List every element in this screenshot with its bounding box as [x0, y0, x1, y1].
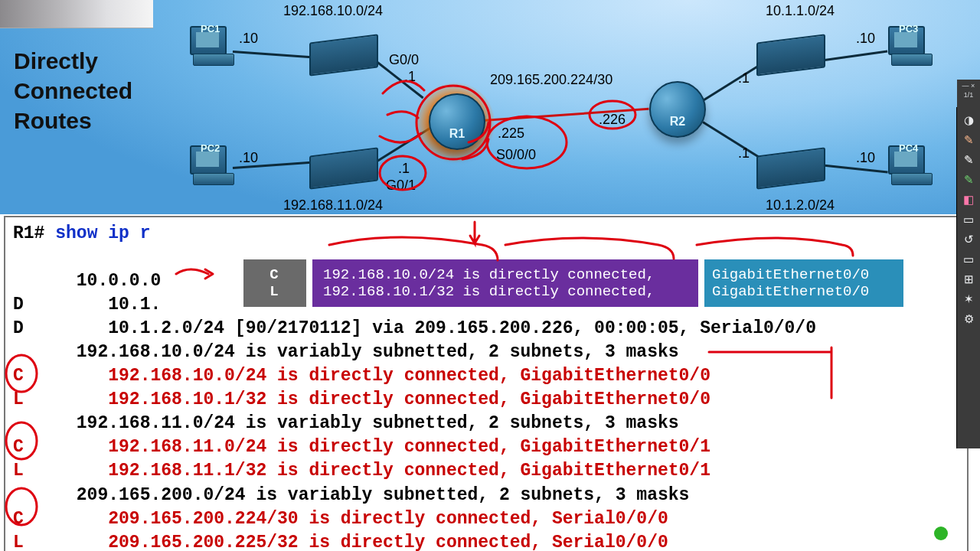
tool-shape-icon[interactable]: ▭ — [960, 211, 977, 228]
router-label: R2 — [670, 115, 685, 129]
cli-line: D 10.1. — [13, 295, 161, 315]
iface-label: G0/0 — [389, 52, 419, 68]
tool-pen-orange-icon[interactable]: ✎ — [960, 132, 977, 148]
route-iface-box: GigabitEthernet0/0 GigabitEthernet0/0 — [704, 259, 903, 307]
ip-label: .10 — [239, 150, 258, 166]
pc1: PC1 — [190, 26, 232, 66]
tool-marker-icon[interactable]: ◑ — [960, 112, 977, 129]
cli-line: 192.168.11.0/24 is variably subnetted, 2… — [13, 413, 679, 433]
route-desc-box: 192.168.10.0/24 is directly connected, 1… — [312, 259, 698, 307]
router-label: R1 — [449, 127, 465, 141]
tool-grid-icon[interactable]: ⊞ — [960, 271, 977, 288]
presentation-slide: Directly Connected Routes PC1 PC2 R1 R2 … — [0, 0, 980, 551]
net-label: 10.1.1.0/24 — [766, 3, 835, 19]
pc-label: PC4 — [899, 142, 918, 154]
ip-label: .1 — [404, 69, 416, 85]
cli-command: show ip r — [55, 223, 150, 243]
ip-label: .225 — [498, 126, 524, 142]
cli-line: D 10.1.2.0/24 [90/2170112] via 209.165.2… — [13, 318, 816, 338]
tool-pen-white-icon[interactable]: ✎ — [960, 152, 977, 168]
net-label: 192.168.10.0/24 — [283, 3, 383, 19]
tool-effects-icon[interactable]: ✶ — [960, 291, 977, 308]
ip-label: .1 — [398, 161, 410, 177]
net-label: 192.168.11.0/24 — [283, 197, 383, 214]
cli-line: C 192.168.11.0/24 is directly connected,… — [13, 437, 710, 457]
toolbar-header: — × 1/1 — [957, 80, 980, 109]
net-label: 10.1.2.0/24 — [766, 197, 835, 214]
router-r2: R2 — [649, 81, 706, 138]
route-desc: 192.168.10.1/32 is directly connected, — [323, 283, 698, 300]
route-iface: GigabitEthernet0/0 — [712, 266, 903, 283]
pc3: PC3 — [888, 26, 930, 66]
route-callout: C L 192.168.10.0/24 is directly connecte… — [243, 259, 903, 307]
route-desc: 192.168.10.0/24 is directly connected, — [323, 266, 698, 283]
logo-corner — [0, 0, 153, 28]
iface-label: G0/1 — [386, 178, 416, 194]
tool-pen-green-icon[interactable]: ✎ — [960, 171, 977, 188]
route-iface: GigabitEthernet0/0 — [712, 283, 903, 300]
cli-line: L 209.165.200.225/32 is directly connect… — [13, 533, 668, 551]
cli-prompt: R1# — [13, 223, 44, 243]
iface-label: S0/0/0 — [496, 147, 536, 163]
cli-line: 192.168.10.0/24 is variably subnetted, 2… — [13, 342, 679, 362]
ip-label: .10 — [856, 31, 875, 47]
ip-label: .1 — [738, 70, 750, 86]
ip-label: .1 — [738, 145, 750, 161]
tool-image-icon[interactable]: ▭ — [960, 251, 977, 268]
route-code-box: C L — [243, 259, 306, 307]
ip-label: .10 — [239, 31, 258, 47]
annotation-toolbar: — × 1/1 ◑ ✎ ✎ ✎ ◧ ▭ ↺ ▭ ⊞ ✶ ⚙ — [956, 107, 980, 448]
tool-settings-icon[interactable]: ⚙ — [960, 311, 977, 328]
pc-label: PC3 — [899, 23, 918, 34]
tool-undo-icon[interactable]: ↺ — [960, 231, 977, 248]
status-dot — [934, 527, 948, 540]
net-label: 209.165.200.224/30 — [490, 72, 612, 88]
pc4: PC4 — [888, 145, 930, 185]
tool-eraser-icon[interactable]: ◧ — [960, 191, 977, 208]
pc2: PC2 — [190, 145, 232, 185]
cli-line: C 192.168.10.0/24 is directly connected,… — [13, 366, 710, 386]
router-r1: R1 — [429, 93, 485, 150]
pc-label: PC2 — [201, 142, 220, 154]
cli-line: L 192.168.10.1/32 is directly connected,… — [13, 390, 710, 409]
ip-label: .10 — [856, 150, 875, 166]
pc-label: PC1 — [201, 23, 220, 34]
slide-title: Directly Connected Routes — [14, 46, 155, 135]
cli-line: 209.165.200.0/24 is variably subnetted, … — [13, 485, 689, 505]
route-codes: C L — [270, 266, 279, 300]
cli-line: 10.0.0.0 — [13, 271, 161, 291]
ip-label: .226 — [599, 112, 626, 128]
cli-line: C 209.165.200.224/30 is directly connect… — [13, 509, 668, 529]
cli-line: L 192.168.11.1/32 is directly connected,… — [13, 461, 710, 481]
